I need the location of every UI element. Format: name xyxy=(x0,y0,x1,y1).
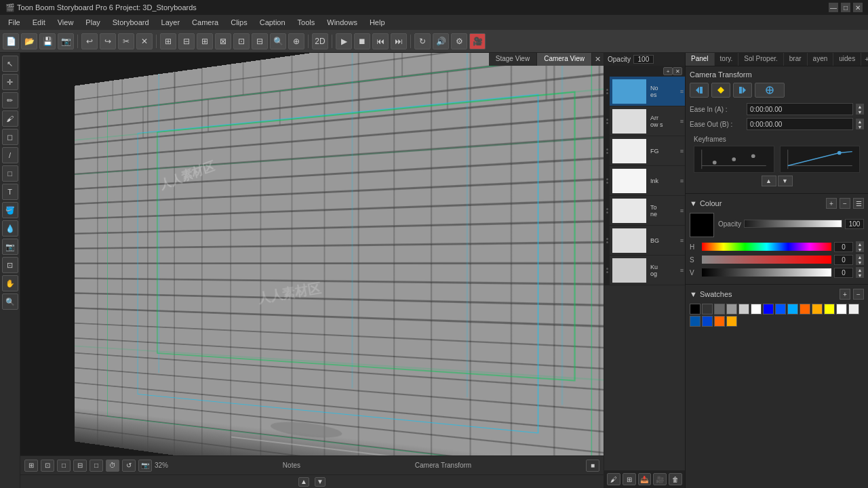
swatch-4[interactable] xyxy=(738,304,749,314)
paint-tool[interactable]: 🪣 xyxy=(2,202,18,218)
redo-button[interactable]: ↪ xyxy=(100,33,116,49)
grid-view-5[interactable]: ⊡ xyxy=(233,33,250,49)
grid-view-1[interactable]: ⊞ xyxy=(160,33,176,49)
camera-view-tab[interactable]: Camera View xyxy=(537,53,592,66)
maximize-button[interactable]: □ xyxy=(841,3,850,12)
layer-item-4[interactable]: To ne ≡ xyxy=(604,196,685,226)
line-tool[interactable]: / xyxy=(2,147,18,163)
add-bg-btn[interactable]: ⊞ xyxy=(623,473,636,485)
swatch-12[interactable] xyxy=(836,304,847,314)
swatch-7[interactable] xyxy=(775,304,786,314)
menu-layer[interactable]: Layer xyxy=(156,17,186,28)
tab-sol-proper[interactable]: Sol Proper. xyxy=(738,53,783,66)
colour-preview[interactable] xyxy=(690,213,714,237)
layer-options-1[interactable]: ≡ xyxy=(679,117,685,126)
hue-up[interactable]: ▲ xyxy=(856,241,864,247)
kf-nav-down[interactable]: ▼ xyxy=(778,176,793,186)
opacity-input[interactable] xyxy=(633,55,654,64)
text-tool[interactable]: T xyxy=(2,184,18,200)
collapse-up[interactable]: ▲ xyxy=(298,477,309,487)
colour-menu-btn[interactable]: ☰ xyxy=(853,198,864,209)
animate-btn[interactable] xyxy=(755,83,785,98)
swatch-2[interactable] xyxy=(714,304,725,314)
menu-windows[interactable]: Windows xyxy=(321,17,363,28)
swatch-5[interactable] xyxy=(751,304,762,314)
layer-options-0[interactable]: ≡ xyxy=(679,87,685,96)
swatch-3[interactable] xyxy=(726,304,737,314)
layer-drag-handle-6[interactable] xyxy=(604,256,610,285)
snapshot[interactable]: 📷 xyxy=(138,460,152,472)
hue-slider[interactable] xyxy=(702,243,831,251)
layer-options-6[interactable]: ≡ xyxy=(679,266,685,275)
stop-button[interactable]: ⏹ xyxy=(354,33,370,49)
crop-tool[interactable]: ⊡ xyxy=(2,257,18,273)
zoom-reset[interactable]: ⊕ xyxy=(288,33,304,49)
layer-drag-handle-5[interactable] xyxy=(604,226,610,255)
camera-layer-btn[interactable]: 🎥 xyxy=(653,473,667,485)
layer-item-1[interactable]: Arr ow s ≡ xyxy=(604,106,685,136)
swatch-10[interactable] xyxy=(812,304,823,314)
swatch-17[interactable] xyxy=(726,316,737,327)
colour-add-btn[interactable]: + xyxy=(826,198,837,209)
menu-edit[interactable]: Edit xyxy=(27,17,51,28)
select-tool[interactable]: ↖ xyxy=(2,56,18,72)
zoom-tool[interactable]: 🔍 xyxy=(2,293,18,310)
saturation-value-input[interactable] xyxy=(834,255,853,265)
colour-remove-btn[interactable]: − xyxy=(840,198,850,209)
loop-button[interactable]: ↻ xyxy=(414,33,431,49)
swatch-13[interactable] xyxy=(848,304,859,314)
layer-drag-handle-1[interactable] xyxy=(604,106,610,136)
swatch-remove-btn[interactable]: − xyxy=(853,289,864,300)
minimize-button[interactable]: — xyxy=(829,3,838,12)
layer-drag-handle-3[interactable] xyxy=(604,166,610,195)
layer-drag-handle-4[interactable] xyxy=(604,196,610,225)
delete-button[interactable]: ✕ xyxy=(136,33,153,49)
zoom-fit[interactable]: 🔍 xyxy=(270,33,286,49)
safe-area[interactable]: ⊟ xyxy=(73,460,87,472)
tab-panel[interactable]: Panel xyxy=(686,53,715,66)
value-slider[interactable] xyxy=(702,268,831,277)
brush-tool[interactable]: 🖌 xyxy=(2,110,18,127)
menu-button[interactable]: 🎥 xyxy=(469,33,486,49)
tab-uides[interactable]: uides xyxy=(833,53,861,66)
menu-storyboard[interactable]: Storyboard xyxy=(107,17,155,28)
playback-options[interactable]: ↺ xyxy=(122,460,136,472)
ease-out-down[interactable]: ▼ xyxy=(856,124,864,129)
layer-options-3[interactable]: ≡ xyxy=(679,176,685,186)
import-btn[interactable]: 📥 xyxy=(638,473,652,485)
layer-item-5[interactable]: BG ≡ xyxy=(604,226,685,256)
layer-item-0[interactable]: No es ≡ xyxy=(604,77,685,106)
layer-options-4[interactable]: ≡ xyxy=(679,206,685,216)
ease-in-up[interactable]: ▲ xyxy=(856,104,864,109)
eyedropper-tool[interactable]: 💧 xyxy=(2,220,18,237)
layer-drag-handle-0[interactable] xyxy=(604,77,610,106)
hand-tool[interactable]: ✋ xyxy=(2,275,18,291)
pencil-tool[interactable]: ✏ xyxy=(2,92,18,108)
menu-file[interactable]: File xyxy=(3,17,26,28)
swatch-6[interactable] xyxy=(763,304,774,314)
saturation-slider[interactable] xyxy=(702,256,831,264)
menu-tools[interactable]: Tools xyxy=(292,17,321,28)
add-layer-btn[interactable]: 🖌 xyxy=(607,473,620,485)
open-button[interactable]: 📂 xyxy=(21,33,37,49)
swatch-add-btn[interactable]: + xyxy=(840,289,850,300)
undo-button[interactable]: ↩ xyxy=(81,33,98,49)
next-kf-btn[interactable] xyxy=(733,83,752,98)
swatch-15[interactable] xyxy=(702,316,713,327)
save-button[interactable]: 💾 xyxy=(39,33,56,49)
stage-canvas[interactable]: 人人素材区 人人素材区 xyxy=(75,53,604,474)
transform-tool[interactable]: ✛ xyxy=(2,74,18,90)
grid-view-6[interactable]: ⊟ xyxy=(252,33,268,49)
collapse-down[interactable]: ▼ xyxy=(315,477,326,487)
sat-up[interactable]: ▲ xyxy=(856,254,864,260)
collapse-layers[interactable]: ✕ xyxy=(673,67,682,75)
menu-play[interactable]: Play xyxy=(80,17,105,28)
swatch-1[interactable] xyxy=(702,304,713,314)
capture-button[interactable]: 📷 xyxy=(58,33,74,49)
opacity-value-input[interactable] xyxy=(845,219,864,229)
layer-item-6[interactable]: Ku og ≡ xyxy=(604,256,685,285)
opacity-slider[interactable] xyxy=(744,220,842,228)
layer-options-5[interactable]: ≡ xyxy=(679,236,685,245)
menu-help[interactable]: Help xyxy=(364,17,391,28)
swatch-11[interactable] xyxy=(824,304,835,314)
